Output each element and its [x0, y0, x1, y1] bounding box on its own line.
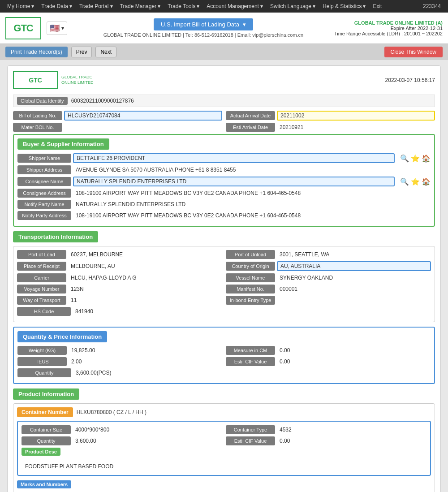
measure-col: Measure in CM 0.00 [226, 346, 431, 355]
quantity-label: Quantity [17, 368, 71, 377]
language-selector[interactable]: 🇺🇸 ▾ [47, 22, 67, 35]
country-origin-label: Country of Origin [226, 262, 275, 271]
prev-button-top[interactable]: Prev [71, 47, 92, 57]
inbond-col: In-bond Entry Type [226, 296, 431, 305]
consignee-address-label: Consignee Address [17, 189, 71, 198]
flag-dropdown-arrow: ▾ [61, 25, 64, 31]
nav-trade-data[interactable]: Trade Data ▾ [38, 0, 76, 13]
shipper-name-value: BETTALIFE 26 PROVIDENT [73, 153, 395, 163]
container-type-col: Container Type 4532 [226, 425, 426, 434]
weight-value: 19,825.00 [69, 346, 222, 354]
port-unload-col: Port of Unload 3001, SEATTLE, WA [226, 250, 431, 259]
manifest-col: Manifest No. 000001 [226, 285, 431, 293]
bol-col: Bill of Lading No. HLCUSYD210747084 [13, 111, 222, 121]
card-logo-tagline: GLOBAL TRADEONLINE LIMITED [61, 75, 94, 85]
container-size-label: Container Size [22, 425, 71, 434]
shipper-home-icon[interactable]: 🏠 [422, 154, 431, 163]
print-button-top[interactable]: Print Trade Record(s) [5, 47, 68, 57]
port-unload-value: 3001, SEATTLE, WA [277, 250, 431, 259]
global-data-identity-value: 600320211009000127876 [71, 98, 134, 104]
voyage-col: Voyage Number 123N [17, 285, 222, 293]
quantity-price-title: Quantity & Price Information [17, 331, 107, 342]
nav-switch-lang-arrow: ▾ [313, 3, 315, 9]
inbond-label: In-bond Entry Type [226, 296, 275, 305]
time-range: Time Range Accessible (LDR) : 201001 ~ 2… [334, 31, 443, 36]
top-navigation: My Home ▾ Trade Data ▾ Trade Portal ▾ Tr… [0, 0, 448, 13]
nav-trade-portal-arrow: ▾ [110, 3, 113, 9]
way-transport-label: Way of Transport [17, 296, 66, 305]
shipper-name-label: Shipper Name [17, 154, 71, 163]
user-id: 223344 [423, 3, 441, 9]
nav-help-stats[interactable]: Help & Statistics ▾ [319, 0, 369, 13]
mater-bol-value [64, 126, 222, 128]
global-data-identity-label: Global Data Identity [17, 97, 68, 105]
buyer-supplier-section: Buyer & Supplier Information Shipper Nam… [13, 134, 435, 227]
quantity-row: Quantity 3,600.00(PCS) [17, 368, 431, 377]
esti-cif-label: Esti. CIF Value [226, 357, 275, 366]
nav-trade-tools[interactable]: Trade Tools ▾ [164, 0, 203, 13]
hs-code-label: HS Code [17, 307, 71, 316]
country-origin-value: AU, AUSTRALIA [277, 261, 431, 271]
manifest-label: Manifest No. [226, 285, 275, 293]
product-cif-value: 0.00 [277, 437, 426, 445]
nav-trade-manager-arrow: ▾ [158, 3, 160, 9]
marks-numbers-row: Marks and Numbers [17, 480, 431, 492]
voyage-label: Voyage Number [17, 285, 66, 293]
weight-measure-row: Weight (KG) 19,825.00 Measure in CM 0.00 [17, 346, 431, 355]
place-receipt-value: MELBOURNE, AU [68, 262, 222, 270]
bol-value: HLCUSYD210747084 [64, 111, 222, 121]
nav-account-mgmt[interactable]: Account Management ▾ [203, 0, 267, 13]
nav-trade-manager[interactable]: Trade Manager ▾ [116, 0, 164, 13]
db-selector-label: U.S. Import Bill of Lading Data [161, 21, 239, 28]
main-content: GTC GLOBAL TRADEONLINE LIMITED 2022-03-0… [0, 60, 448, 492]
consignee-home-icon[interactable]: 🏠 [422, 177, 431, 186]
global-data-identity-row: Global Data Identity 6003202110090001278… [13, 95, 435, 107]
card-header: GTC GLOBAL TRADEONLINE LIMITED 2022-03-0… [13, 71, 435, 89]
consignee-address-row: Consignee Address 108-19100 AIRPORT WAY … [17, 189, 431, 198]
notify-party-name-value: NATURALLY SPLENDID ENTERPRISES LTD [73, 200, 431, 208]
container-number-row: Container Number HLXU8780800 ( CZ / L / … [17, 407, 431, 417]
nav-my-home[interactable]: My Home ▾ [4, 0, 38, 13]
teus-value: 2.00 [69, 358, 222, 366]
next-button-top[interactable]: Next [95, 47, 116, 57]
port-load-col: Port of Load 60237, MELBOURNE [17, 250, 222, 259]
esti-arrival-col: Esti Arrival Date 20210921 [226, 123, 435, 132]
container-size-value: 4000*900*800 [73, 426, 222, 434]
transport-inbond-row: Way of Transport 11 In-bond Entry Type [17, 296, 431, 305]
database-selector-button[interactable]: U.S. Import Bill of Lading Data ▾ [154, 18, 253, 30]
shipper-search-icon[interactable]: 🔍 [400, 154, 409, 163]
close-button-top[interactable]: Close This Window [384, 47, 443, 57]
container-type-label: Container Type [226, 425, 275, 434]
teus-label: TEUS [17, 357, 67, 366]
nav-exit[interactable]: Exit [369, 0, 385, 13]
product-qty-cif-row: Quantity 3,600.00 Esti. CIF Value 0.00 [22, 436, 426, 445]
shipper-address-row: Shipper Address AVENUE GLYNDE SA 5070 AU… [17, 165, 431, 174]
esti-cif-value: 0.00 [277, 358, 431, 366]
product-desc-label: Product Desc [22, 448, 60, 456]
mater-bol-label: Mater BOL No. [13, 123, 62, 132]
product-section: Product Information Container Number HLX… [13, 388, 435, 492]
shipper-star-icon[interactable]: ⭐ [411, 154, 420, 163]
transportation-section: Transportation Information Port of Load … [13, 231, 435, 322]
port-unload-label: Port of Unload [226, 250, 275, 259]
container-number-value: HLXU8780800 ( CZ / L / HH ) [77, 409, 146, 415]
manifest-value: 000001 [277, 285, 431, 293]
consignee-search-icon[interactable]: 🔍 [400, 177, 409, 186]
product-qty-label: Quantity [22, 436, 71, 445]
shipper-name-row: Shipper Name BETTALIFE 26 PROVIDENT 🔍 ⭐ … [17, 153, 431, 163]
carrier-label: Carrier [17, 273, 66, 282]
nav-trade-portal[interactable]: Trade Portal ▾ [76, 0, 116, 13]
expire-date: Expire After 2022-12-31 [334, 26, 443, 31]
hs-code-value: 841940 [73, 307, 431, 315]
transportation-title: Transportation Information [13, 231, 98, 242]
nav-switch-lang[interactable]: Switch Language ▾ [267, 0, 319, 13]
bol-arrival-row: Bill of Lading No. HLCUSYD210747084 Actu… [13, 111, 435, 121]
notify-party-address-value: 108-19100 AIRPORT WAY PITT MEADOWS BC V3… [73, 211, 431, 220]
consignee-star-icon[interactable]: ⭐ [411, 177, 420, 186]
esti-cif-col: Esti. CIF Value 0.00 [226, 357, 431, 366]
way-transport-col: Way of Transport 11 [17, 296, 222, 305]
company-contact-info: GLOBAL TRADE ONLINE LIMITED | Tel: 86-51… [103, 32, 303, 38]
vessel-col: Vessel Name SYNERGY OAKLAND [226, 273, 431, 282]
product-desc-value: FOODSTUFF PLANT BASED FOOD [22, 462, 426, 471]
mater-bol-col: Mater BOL No. [13, 123, 222, 132]
